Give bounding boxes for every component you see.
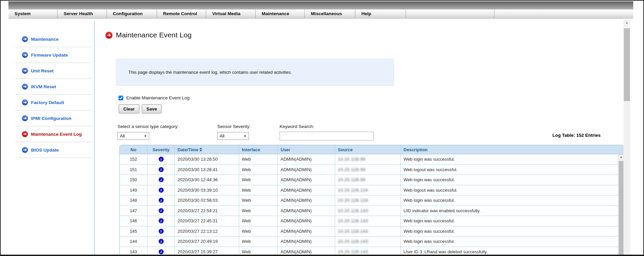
menu-item-help[interactable]: Help	[355, 9, 406, 18]
arrow-right-circle-icon: ➜	[22, 68, 28, 74]
sidebar-item-ipmi-configuration[interactable]: ➜IPMI Configuration	[15, 110, 92, 126]
sidebar-item-bios-update[interactable]: ➜BIOS Update	[15, 142, 92, 158]
cell-user: ADMIN(ADMIN)	[278, 154, 335, 164]
column-header-description[interactable]: Description	[401, 145, 624, 154]
arrow-right-circle-icon: ➜	[22, 84, 28, 90]
sidebar-item-firmware-update[interactable]: ➜Firmware Update	[15, 47, 92, 63]
column-header-user[interactable]: User	[278, 145, 335, 154]
info-icon[interactable]: i	[159, 239, 164, 244]
cell-interface: Web	[239, 216, 278, 226]
cell-description: Web login was successful.	[401, 175, 624, 185]
source-ip-redacted: 10.20.128.99	[338, 157, 365, 162]
info-icon[interactable]: i	[159, 188, 164, 193]
cell-severity: i	[148, 247, 175, 256]
table-row: 151i2020/03/30 13:26:41WebADMIN(ADMIN)10…	[120, 165, 624, 175]
cell-no: 147	[120, 206, 148, 216]
cell-user: ADMIN(ADMIN)	[278, 165, 335, 175]
sidebar: ➜Maintenance➜Firmware Update➜Unit Reset➜…	[9, 19, 94, 158]
source-ip-redacted: 10.20.128.143	[338, 218, 368, 223]
cell-interface: Web	[239, 206, 278, 216]
source-ip-redacted: 10.20.128.124	[338, 188, 368, 193]
sensor-category-select[interactable]: All ▼	[118, 132, 149, 140]
column-header-datetime-label: Date/Time	[178, 147, 198, 152]
cell-source: 10.20.128.143	[335, 216, 401, 226]
info-icon[interactable]: i	[159, 218, 164, 223]
sensor-severity-select[interactable]: All ▼	[217, 132, 249, 140]
cell-description: Web login was successful.	[401, 216, 624, 226]
column-header-severity[interactable]: Severity	[148, 145, 175, 154]
action-buttons: Clear Save	[119, 104, 162, 114]
cell-datetime: 2020/03/30 02:56:03	[175, 195, 239, 205]
sort-icon[interactable]	[199, 148, 202, 152]
cell-no: 151	[120, 165, 148, 175]
cell-no: 149	[120, 185, 148, 195]
table-row: 148i2020/03/30 02:56:03WebADMIN(ADMIN)10…	[120, 195, 624, 206]
clear-button[interactable]: Clear	[119, 104, 139, 114]
bmc-window: SystemServer HealthConfigurationRemote C…	[0, 0, 644, 256]
cell-user: ADMIN(ADMIN)	[278, 195, 335, 205]
cell-user: ADMIN(ADMIN)	[278, 236, 335, 247]
arrow-right-circle-icon: ➜	[22, 147, 28, 153]
column-header-no[interactable]: No	[120, 145, 148, 154]
cell-description: Web logout was successful.	[401, 185, 624, 195]
cell-description: Web logout was successful.	[401, 165, 624, 175]
table-scrollbar-thumb[interactable]	[619, 161, 623, 256]
menu-item-miscellaneous[interactable]: Miscellaneous	[305, 9, 355, 18]
select-caret-icon: ▼	[244, 134, 247, 138]
sidebar-item-label: BIOS Update	[31, 148, 59, 153]
cell-source: 10.20.128.99	[335, 154, 401, 164]
cell-source: 10.20.128.143	[335, 206, 401, 216]
menu-item-virtual-media[interactable]: Virtual Media	[206, 9, 256, 18]
scroll-up-icon[interactable]: ▲	[618, 154, 624, 160]
column-header-datetime[interactable]: Date/Time	[175, 145, 239, 154]
cell-severity: i	[148, 226, 175, 236]
menu-item-server-health[interactable]: Server Health	[58, 9, 107, 18]
enable-log-checkbox[interactable]	[119, 96, 123, 100]
page-title-row: ➔ Maintenance Event Log	[105, 31, 192, 39]
cell-datetime: 2020/03/27 20:49:19	[175, 236, 239, 247]
cell-source: 10.20.128.143	[335, 236, 401, 247]
cell-severity: i	[148, 236, 175, 247]
cell-no: 148	[120, 195, 148, 205]
table-row: 150i2020/03/30 12:44:36WebADMIN(ADMIN)10…	[120, 175, 624, 185]
keyword-search-input[interactable]	[280, 132, 374, 140]
cell-user: ADMIN(ADMIN)	[278, 206, 335, 216]
column-header-source[interactable]: Source	[335, 145, 401, 154]
source-ip-redacted: 10.20.128.143	[338, 239, 368, 244]
info-icon[interactable]: i	[159, 229, 164, 234]
sensor-severity-label: Sensor Severity:	[217, 124, 251, 129]
cell-description: Web login was successful.	[401, 226, 624, 236]
menu-item-maintenance[interactable]: Maintenance	[256, 9, 305, 18]
window-title-bar	[8, 1, 633, 9]
info-icon[interactable]: i	[159, 249, 164, 254]
sidebar-item-ikvm-reset[interactable]: ➜IKVM Reset	[15, 79, 92, 95]
info-icon[interactable]: i	[159, 167, 164, 172]
scroll-up-icon[interactable]: ▲	[623, 20, 630, 26]
cell-interface: Web	[239, 185, 278, 195]
info-icon[interactable]: i	[159, 177, 164, 182]
menu-item-remote-control[interactable]: Remote Control	[157, 9, 206, 18]
info-icon[interactable]: i	[159, 157, 164, 162]
page-scrollbar[interactable]: ▲	[623, 20, 630, 255]
source-ip-redacted: 10.20.128.143	[338, 229, 368, 234]
info-icon[interactable]: i	[159, 208, 164, 213]
table-body: 152i2020/03/30 13:26:50WebADMIN(ADMIN)10…	[120, 154, 624, 256]
page-scrollbar-thumb[interactable]	[624, 28, 630, 101]
menu-item-system[interactable]: System	[8, 9, 58, 18]
sidebar-item-maintenance-event-log[interactable]: ➜Maintenance Event Log	[15, 126, 92, 142]
column-header-interface[interactable]: Interface	[239, 145, 278, 154]
menu-item-configuration[interactable]: Configuration	[107, 9, 157, 18]
save-button[interactable]: Save	[142, 104, 162, 114]
cell-user: ADMIN(ADMIN)	[278, 185, 335, 195]
sidebar-item-label: IPMI Configuration	[31, 116, 71, 121]
menu-filler	[494, 9, 633, 18]
main-menu: SystemServer HealthConfigurationRemote C…	[8, 9, 633, 19]
source-ip-redacted: 10.20.128.143	[338, 249, 368, 254]
table-scrollbar[interactable]: ▲	[618, 154, 624, 256]
info-icon[interactable]: i	[159, 198, 164, 203]
sidebar-item-factory-default[interactable]: ➜Factory Default	[15, 95, 92, 110]
sidebar-item-unit-reset[interactable]: ➜Unit Reset	[15, 63, 92, 79]
cell-datetime: 2020/03/30 13:26:50	[175, 154, 239, 164]
sidebar-item-maintenance[interactable]: ➜Maintenance	[15, 31, 92, 47]
table-row: 143i2020/03/27 15:39:27WebADMIN(ADMIN)10…	[120, 247, 624, 256]
